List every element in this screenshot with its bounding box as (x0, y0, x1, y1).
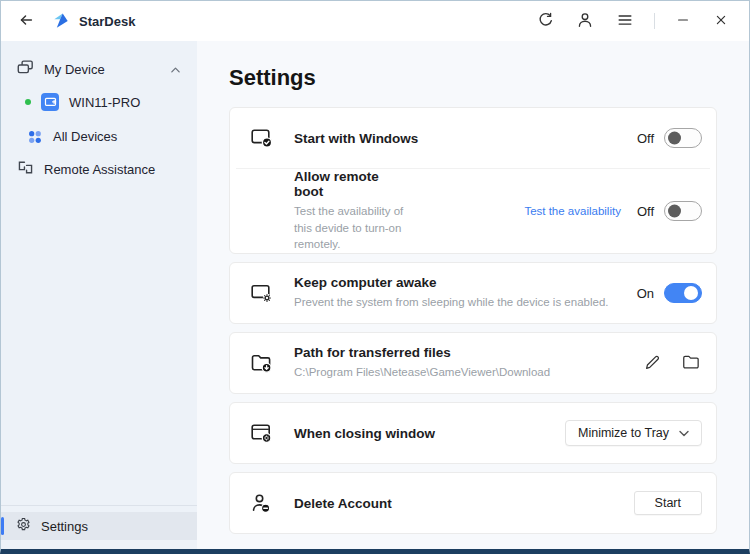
setting-title: Delete Account (294, 496, 392, 511)
window-gear-icon (250, 423, 274, 443)
online-status-dot (25, 99, 31, 105)
keep-awake-row: Keep computer awake Prevent the system f… (230, 263, 716, 323)
hamburger-menu-icon (616, 11, 634, 32)
sidebar-item-label: WIN11-PRO (69, 95, 140, 110)
refresh-icon (536, 11, 554, 32)
close-icon (713, 12, 729, 31)
remote-assistance-icon (17, 160, 34, 178)
toggle-knob (668, 205, 681, 218)
start-with-windows-toggle[interactable] (664, 128, 702, 148)
device-monitor-icon (41, 93, 59, 111)
titlebar: StarDesk (1, 1, 749, 41)
chevron-down-icon (679, 426, 689, 440)
closing-window-row: When closing window Minimize to Tray (230, 403, 716, 463)
titlebar-divider (654, 13, 655, 29)
delete-account-card: Delete Account Start (229, 472, 717, 534)
transfer-path-value: C:\Program Files\Netease\GameViewer\Down… (294, 364, 550, 381)
sidebar-item-settings[interactable]: Settings (1, 512, 197, 540)
folder-icon (681, 353, 700, 374)
back-arrow-icon (17, 11, 35, 32)
folder-download-icon (250, 353, 274, 373)
setting-title: Allow remote boot (294, 169, 409, 199)
setting-title: Keep computer awake (294, 275, 609, 290)
setting-description: Test the availability of this devide to … (294, 203, 409, 253)
setting-title: When closing window (294, 426, 435, 441)
toggle-state-label: Off (637, 204, 654, 219)
user-icon (576, 11, 594, 32)
transfer-path-row: Path for transferred files C:\Program Fi… (230, 333, 716, 393)
settings-page: Settings Start with Windows Off Allow re… (197, 41, 749, 549)
devices-icon (17, 60, 34, 78)
keep-awake-card: Keep computer awake Prevent the system f… (229, 262, 717, 324)
sidebar-item-label: All Devices (53, 129, 117, 144)
monitor-check-icon (250, 128, 274, 148)
menu-button[interactable] (612, 7, 638, 36)
sidebar-item-label: My Device (44, 62, 105, 77)
setting-description: Prevent the system from sleeping while t… (294, 294, 609, 311)
chevron-up-icon (170, 62, 181, 77)
minimize-icon (675, 12, 691, 31)
sidebar: My Device WIN11-PRO (1, 41, 197, 549)
close-button[interactable] (709, 8, 733, 35)
refresh-button[interactable] (532, 7, 558, 36)
sidebar-item-label: Remote Assistance (44, 162, 155, 177)
gear-icon (16, 517, 31, 535)
back-button[interactable] (13, 7, 39, 36)
sidebar-divider (1, 505, 197, 506)
sidebar-item-my-device[interactable]: My Device (11, 53, 187, 85)
toggle-knob (668, 132, 681, 145)
delete-account-start-button[interactable]: Start (634, 491, 702, 515)
open-folder-button[interactable] (679, 351, 702, 376)
account-button[interactable] (572, 7, 598, 36)
test-availability-link[interactable]: Test the availability (524, 205, 621, 217)
toggle-knob (684, 286, 698, 300)
allow-remote-boot-toggle[interactable] (664, 201, 702, 221)
dropdown-selected-value: Minimize to Tray (578, 426, 669, 440)
delete-account-row: Delete Account Start (230, 473, 716, 533)
person-minus-icon (250, 493, 274, 513)
startup-card: Start with Windows Off Allow remote boot… (229, 107, 717, 254)
allow-remote-boot-row: Allow remote boot Test the availability … (230, 169, 716, 253)
stardesk-logo-icon (51, 11, 71, 31)
settings-label: Settings (41, 519, 88, 534)
toggle-state-label: Off (637, 131, 654, 146)
closing-window-dropdown[interactable]: Minimize to Tray (565, 420, 702, 446)
sidebar-item-remote-assistance[interactable]: Remote Assistance (11, 153, 187, 185)
monitor-awake-icon (250, 283, 274, 303)
setting-title: Path for transferred files (294, 345, 550, 360)
all-devices-icon (25, 129, 43, 144)
page-title: Settings (229, 65, 717, 91)
keep-awake-toggle[interactable] (664, 283, 702, 303)
pencil-icon (643, 353, 661, 374)
edit-path-button[interactable] (641, 351, 663, 376)
transfer-path-card: Path for transferred files C:\Program Fi… (229, 332, 717, 394)
app-window: StarDesk (0, 0, 750, 554)
sidebar-item-all-devices[interactable]: All Devices (11, 119, 187, 153)
toggle-state-label: On (637, 286, 654, 301)
setting-title: Start with Windows (294, 131, 418, 146)
app-title: StarDesk (79, 14, 135, 29)
sidebar-item-win11-pro[interactable]: WIN11-PRO (11, 85, 187, 119)
closing-window-card: When closing window Minimize to Tray (229, 402, 717, 464)
minimize-button[interactable] (671, 8, 695, 35)
start-with-windows-row: Start with Windows Off (230, 108, 716, 168)
active-accent-bar (1, 517, 4, 535)
